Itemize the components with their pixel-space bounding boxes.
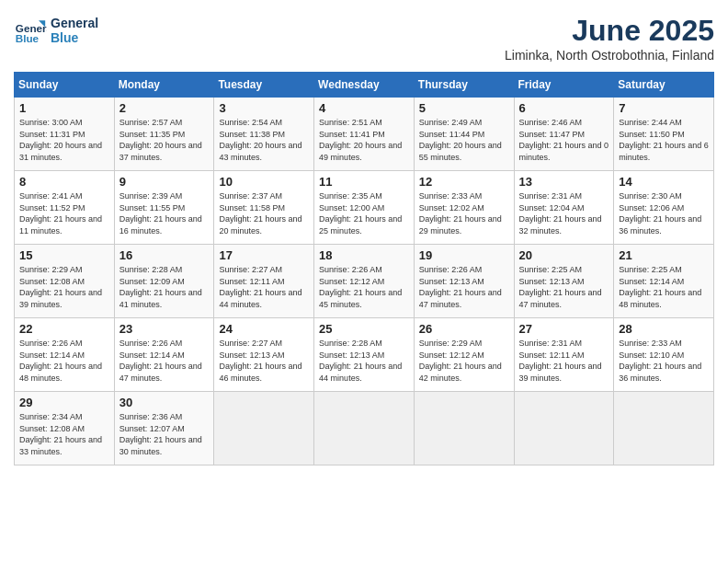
day-number: 23 [119,322,210,336]
day-number: 10 [219,175,309,189]
day-info: Sunrise: 2:54 AMSunset: 11:38 PMDaylight… [219,117,309,163]
day-info: Sunrise: 2:33 AMSunset: 12:02 AMDaylight… [419,190,509,236]
day-info: Sunrise: 2:26 AMSunset: 12:14 AMDaylight… [19,338,109,384]
day-number: 8 [19,175,109,189]
day-info: Sunrise: 3:00 AMSunset: 11:31 PMDaylight… [19,117,109,163]
calendar-cell: 10Sunrise: 2:37 AMSunset: 11:58 PMDaylig… [214,171,314,245]
day-info: Sunrise: 2:28 AMSunset: 12:09 AMDaylight… [119,264,210,310]
day-info: Sunrise: 2:34 AMSunset: 12:08 AMDaylight… [19,411,109,457]
week-row-3: 15Sunrise: 2:29 AMSunset: 12:08 AMDaylig… [15,245,714,318]
calendar-cell: 4Sunrise: 2:51 AMSunset: 11:41 PMDayligh… [314,98,415,171]
day-number: 29 [19,396,109,409]
day-number: 2 [119,101,210,115]
day-info: Sunrise: 2:30 AMSunset: 12:06 AMDaylight… [619,190,709,236]
day-number: 20 [519,248,609,262]
day-info: Sunrise: 2:29 AMSunset: 12:08 AMDaylight… [19,264,109,310]
calendar-cell: 3Sunrise: 2:54 AMSunset: 11:38 PMDayligh… [214,98,314,171]
calendar-cell: 8Sunrise: 2:41 AMSunset: 11:52 PMDayligh… [15,171,115,245]
month-title: June 2025 [505,14,714,48]
day-info: Sunrise: 2:44 AMSunset: 11:50 PMDaylight… [619,117,709,163]
day-number: 30 [119,396,210,409]
day-number: 6 [519,101,609,115]
day-info: Sunrise: 2:29 AMSunset: 12:12 AMDaylight… [419,338,509,384]
day-number: 1 [19,101,109,115]
calendar-cell: 18Sunrise: 2:26 AMSunset: 12:12 AMDaylig… [314,245,415,318]
week-row-5: 29Sunrise: 2:34 AMSunset: 12:08 AMDaylig… [15,392,714,465]
day-info: Sunrise: 2:49 AMSunset: 11:44 PMDaylight… [419,117,509,163]
calendar-cell: 11Sunrise: 2:35 AMSunset: 12:00 AMDaylig… [314,171,415,245]
logo-line2: Blue [51,30,98,45]
day-number: 24 [219,322,309,336]
day-number: 19 [419,248,509,262]
calendar-cell: 2Sunrise: 2:57 AMSunset: 11:35 PMDayligh… [114,98,214,171]
calendar-cell: 7Sunrise: 2:44 AMSunset: 11:50 PMDayligh… [614,98,714,171]
day-info: Sunrise: 2:27 AMSunset: 12:11 AMDaylight… [219,264,309,310]
day-number: 27 [519,322,609,336]
calendar-cell [514,392,614,465]
day-info: Sunrise: 2:35 AMSunset: 12:00 AMDaylight… [319,190,409,236]
day-info: Sunrise: 2:26 AMSunset: 12:14 AMDaylight… [119,338,210,384]
week-row-2: 8Sunrise: 2:41 AMSunset: 11:52 PMDayligh… [15,171,714,245]
day-info: Sunrise: 2:28 AMSunset: 12:13 AMDaylight… [319,338,409,384]
calendar-cell [214,392,314,465]
weekday-wednesday: Wednesday [314,73,415,98]
calendar-cell: 27Sunrise: 2:31 AMSunset: 12:11 AMDaylig… [514,318,614,392]
day-number: 17 [219,248,309,262]
weekday-tuesday: Tuesday [214,73,314,98]
calendar-cell: 9Sunrise: 2:39 AMSunset: 11:55 PMDayligh… [114,171,214,245]
day-number: 14 [619,175,709,189]
day-number: 5 [419,101,509,115]
day-number: 22 [19,322,109,336]
calendar-cell [314,392,415,465]
calendar-cell: 5Sunrise: 2:49 AMSunset: 11:44 PMDayligh… [414,98,514,171]
calendar-cell [614,392,714,465]
calendar-cell: 12Sunrise: 2:33 AMSunset: 12:02 AMDaylig… [414,171,514,245]
calendar-cell: 16Sunrise: 2:28 AMSunset: 12:09 AMDaylig… [114,245,214,318]
weekday-monday: Monday [114,73,214,98]
weekday-thursday: Thursday [414,73,514,98]
day-number: 18 [319,248,409,262]
title-block: June 2025 Liminka, North Ostrobothnia, F… [505,14,714,63]
day-number: 15 [19,248,109,262]
day-number: 9 [119,175,210,189]
day-info: Sunrise: 2:57 AMSunset: 11:35 PMDaylight… [119,117,210,163]
day-number: 7 [619,101,709,115]
logo-icon: General Blue [14,14,47,47]
day-info: Sunrise: 2:27 AMSunset: 12:13 AMDaylight… [219,338,309,384]
day-number: 13 [519,175,609,189]
calendar-cell: 20Sunrise: 2:25 AMSunset: 12:13 AMDaylig… [514,245,614,318]
calendar-cell: 17Sunrise: 2:27 AMSunset: 12:11 AMDaylig… [214,245,314,318]
calendar-body: 1Sunrise: 3:00 AMSunset: 11:31 PMDayligh… [15,98,714,465]
calendar-cell: 19Sunrise: 2:26 AMSunset: 12:13 AMDaylig… [414,245,514,318]
calendar-cell: 14Sunrise: 2:30 AMSunset: 12:06 AMDaylig… [614,171,714,245]
calendar-cell: 6Sunrise: 2:46 AMSunset: 11:47 PMDayligh… [514,98,614,171]
calendar-cell: 21Sunrise: 2:25 AMSunset: 12:14 AMDaylig… [614,245,714,318]
calendar-cell: 26Sunrise: 2:29 AMSunset: 12:12 AMDaylig… [414,318,514,392]
logo: General Blue General Blue [14,14,98,47]
weekday-saturday: Saturday [614,73,714,98]
day-number: 21 [619,248,709,262]
header: General Blue General Blue June 2025 Limi… [14,14,714,63]
calendar-cell: 15Sunrise: 2:29 AMSunset: 12:08 AMDaylig… [15,245,115,318]
day-info: Sunrise: 2:51 AMSunset: 11:41 PMDaylight… [319,117,409,163]
calendar-cell [414,392,514,465]
day-number: 28 [619,322,709,336]
day-info: Sunrise: 2:46 AMSunset: 11:47 PMDaylight… [519,117,609,163]
day-number: 11 [319,175,409,189]
day-info: Sunrise: 2:25 AMSunset: 12:14 AMDaylight… [619,264,709,310]
day-info: Sunrise: 2:26 AMSunset: 12:13 AMDaylight… [419,264,509,310]
week-row-1: 1Sunrise: 3:00 AMSunset: 11:31 PMDayligh… [15,98,714,171]
calendar-cell: 22Sunrise: 2:26 AMSunset: 12:14 AMDaylig… [15,318,115,392]
day-info: Sunrise: 2:26 AMSunset: 12:12 AMDaylight… [319,264,409,310]
calendar-cell: 30Sunrise: 2:36 AMSunset: 12:07 AMDaylig… [114,392,214,465]
calendar-cell: 13Sunrise: 2:31 AMSunset: 12:04 AMDaylig… [514,171,614,245]
weekday-sunday: Sunday [15,73,115,98]
week-row-4: 22Sunrise: 2:26 AMSunset: 12:14 AMDaylig… [15,318,714,392]
calendar-table: SundayMondayTuesdayWednesdayThursdayFrid… [14,72,714,465]
day-number: 26 [419,322,509,336]
day-info: Sunrise: 2:37 AMSunset: 11:58 PMDaylight… [219,190,309,236]
svg-text:Blue: Blue [16,32,40,44]
day-number: 12 [419,175,509,189]
day-info: Sunrise: 2:39 AMSunset: 11:55 PMDaylight… [119,190,210,236]
calendar-cell: 23Sunrise: 2:26 AMSunset: 12:14 AMDaylig… [114,318,214,392]
